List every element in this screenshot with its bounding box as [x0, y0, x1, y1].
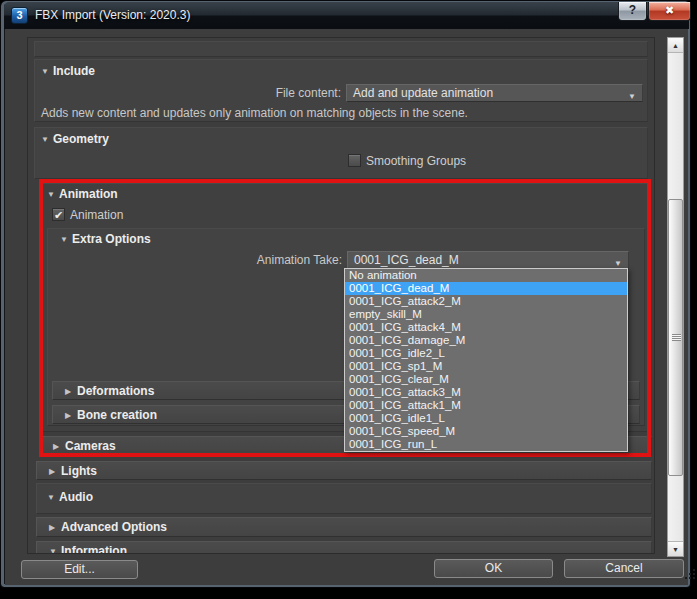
dropdown-item[interactable]: empty_skill_M — [345, 308, 627, 321]
chevron-down-icon: ▼ — [41, 135, 53, 144]
resize-grip[interactable] — [683, 567, 696, 580]
dropdown-item[interactable]: 0001_ICG_attack2_M — [345, 295, 627, 308]
3ds-max-app-icon: 3 — [11, 7, 28, 24]
dropdown-item[interactable]: No animation — [345, 269, 627, 282]
extra-options-header[interactable]: ▼Extra Options — [60, 232, 151, 246]
help-button[interactable]: ? — [618, 2, 647, 21]
chevron-right-icon: ▶ — [65, 407, 77, 425]
dropdown-item[interactable]: 0001_ICG_attack3_M — [345, 386, 627, 399]
animation-header[interactable]: ▼Animation — [47, 187, 118, 201]
include-header[interactable]: ▼Include — [41, 64, 95, 78]
audio-header[interactable]: ▼Audio — [47, 490, 93, 504]
scroll-up-button[interactable]: ▲ — [668, 38, 683, 53]
ok-button[interactable]: OK — [434, 559, 553, 578]
audio-rollout: ▼Audio — [36, 483, 652, 514]
chevron-down-icon: ▼ — [41, 67, 53, 76]
animation-take-dropdown-list: No animation 0001_ICG_dead_M 0001_ICG_at… — [344, 268, 628, 452]
clipped-rollout-bar[interactable] — [34, 41, 648, 57]
chevron-right-icon: ▶ — [65, 383, 77, 401]
cancel-button[interactable]: Cancel — [564, 559, 684, 578]
geometry-header[interactable]: ▼Geometry — [41, 132, 109, 146]
dropdown-item[interactable]: 0001_ICG_idle1_L — [345, 412, 627, 425]
include-rollout: ▼Include File content: Add and update an… — [34, 59, 648, 122]
chevron-down-icon: ▼ — [49, 543, 61, 554]
lights-header[interactable]: ▶Lights — [36, 461, 652, 480]
file-content-description: Adds new content and updates only animat… — [41, 106, 468, 120]
edit-button[interactable]: Edit... — [21, 560, 138, 579]
dropdown-item[interactable]: 0001_ICG_speed_M — [345, 425, 627, 438]
animation-checkbox[interactable]: ✔ — [52, 208, 65, 221]
dropdown-item[interactable]: 0001_ICG_sp1_M — [345, 360, 627, 373]
animation-checkbox-label: Animation — [70, 208, 123, 222]
close-button[interactable]: ✖ — [648, 2, 691, 21]
chevron-down-icon: ▼ — [47, 493, 59, 502]
dropdown-item[interactable]: 0001_ICG_clear_M — [345, 373, 627, 386]
window-title: FBX Import (Version: 2020.3) — [35, 2, 190, 29]
smoothing-groups-checkbox[interactable] — [348, 154, 361, 167]
dropdown-item[interactable]: 0001_ICG_damage_M — [345, 334, 627, 347]
dropdown-item[interactable]: 0001_ICG_idle2_L — [345, 347, 627, 360]
chevron-right-icon: ▶ — [49, 519, 61, 537]
chevron-down-icon: ▼ — [60, 235, 72, 244]
chevron-down-icon: ▼ — [47, 190, 59, 199]
animation-take-label: Animation Take: — [48, 253, 342, 267]
file-content-combobox[interactable]: Add and update animation ▼ — [346, 84, 643, 102]
checkmark-icon: ✔ — [54, 209, 63, 221]
smoothing-groups-label: Smoothing Groups — [366, 154, 466, 168]
dropdown-item[interactable]: 0001_ICG_attack1_M — [345, 399, 627, 412]
scrollbar-thumb[interactable] — [668, 199, 683, 476]
vertical-scrollbar[interactable]: ▲ ▼ — [667, 37, 684, 557]
dropdown-item-selected[interactable]: 0001_ICG_dead_M — [345, 282, 627, 295]
fbx-import-dialog: 3 FBX Import (Version: 2020.3) ? ✖ ▼Incl… — [0, 0, 691, 588]
information-header[interactable]: ▼Information — [36, 541, 652, 554]
dropdown-item[interactable]: 0001_ICG_run_L — [345, 438, 627, 451]
chevron-down-icon: ▼ — [628, 89, 636, 105]
dropdown-item[interactable]: 0001_ICG_attack4_M — [345, 321, 627, 334]
chevron-right-icon: ▶ — [49, 463, 61, 481]
scroll-down-button[interactable]: ▼ — [668, 541, 683, 556]
file-content-label: File content: — [35, 86, 341, 100]
geometry-rollout: ▼Geometry Smoothing Groups — [34, 127, 648, 179]
titlebar: 3 FBX Import (Version: 2020.3) — [4, 2, 689, 29]
chevron-right-icon: ▶ — [53, 438, 65, 456]
advanced-options-header[interactable]: ▶Advanced Options — [36, 517, 652, 537]
